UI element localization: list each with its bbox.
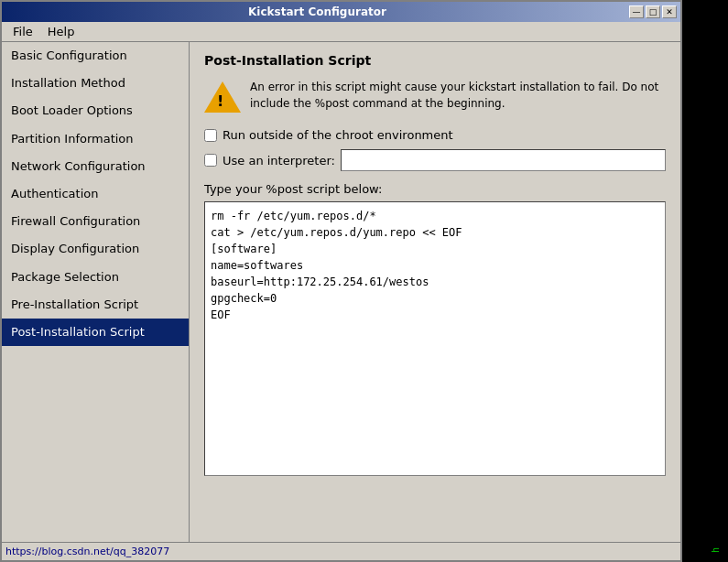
interpreter-label: Use an interpreter:: [223, 154, 335, 168]
main-panel: Post-Installation Script An error in thi…: [190, 42, 680, 542]
warning-box: An error in this script might cause your…: [204, 79, 666, 115]
chroot-checkbox-row: Run outside of the chroot environment: [204, 128, 666, 142]
warning-message: An error in this script might cause your…: [250, 79, 666, 112]
sidebar-item-partition-information[interactable]: Partition Information: [2, 125, 189, 153]
terminal-text: h: [711, 547, 721, 553]
script-textarea[interactable]: rm -fr /etc/yum.repos.d/* cat > /etc/yum…: [204, 201, 666, 476]
sidebar-item-authentication[interactable]: Authentication: [2, 180, 189, 208]
chroot-label: Run outside of the chroot environment: [223, 128, 453, 142]
sidebar-item-basic-configuration[interactable]: Basic Configuration: [2, 42, 189, 70]
menu-file[interactable]: File: [5, 23, 40, 40]
sidebar-item-firewall-configuration[interactable]: Firewall Configuration: [2, 208, 189, 235]
interpreter-row: Use an interpreter:: [204, 149, 666, 171]
titlebar-controls: — □ ✕: [629, 5, 677, 18]
panel-title: Post-Installation Script: [204, 53, 666, 68]
menu-help[interactable]: Help: [40, 23, 82, 40]
titlebar: Kickstart Configurator — □ ✕: [2, 2, 680, 22]
sidebar-item-package-selection[interactable]: Package Selection: [2, 264, 189, 291]
statusbar-url: https://blog.csdn.net/qq_382077: [5, 546, 169, 557]
warning-icon: [204, 79, 241, 115]
sidebar-item-network-configuration[interactable]: Network Configuration: [2, 153, 189, 180]
statusbar: https://blog.csdn.net/qq_382077: [2, 542, 680, 560]
sidebar-item-post-installation-script[interactable]: Post-Installation Script: [2, 319, 189, 346]
close-button[interactable]: ✕: [662, 5, 677, 18]
triangle-warning-icon: [204, 81, 241, 113]
window-title: Kickstart Configurator: [5, 5, 629, 18]
minimize-button[interactable]: —: [629, 5, 644, 18]
script-label: Type your %post script below:: [204, 182, 666, 196]
terminal-background: h: [680, 0, 728, 562]
sidebar: Basic Configuration Installation Method …: [2, 42, 190, 542]
content-area: Basic Configuration Installation Method …: [2, 42, 680, 542]
maximize-button[interactable]: □: [646, 5, 660, 18]
interpreter-checkbox[interactable]: [204, 154, 217, 167]
sidebar-item-installation-method[interactable]: Installation Method: [2, 70, 189, 97]
main-window: Kickstart Configurator — □ ✕ File Help B…: [0, 0, 682, 562]
menubar: File Help: [2, 22, 680, 42]
chroot-checkbox[interactable]: [204, 129, 217, 142]
sidebar-item-pre-installation-script[interactable]: Pre-Installation Script: [2, 291, 189, 319]
sidebar-item-boot-loader-options[interactable]: Boot Loader Options: [2, 97, 189, 124]
sidebar-item-display-configuration[interactable]: Display Configuration: [2, 235, 189, 263]
interpreter-input[interactable]: [341, 149, 666, 171]
